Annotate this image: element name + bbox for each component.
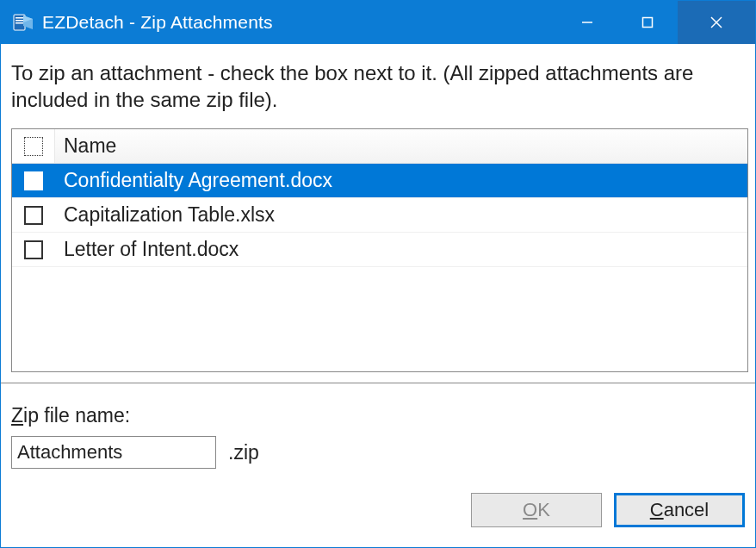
svg-rect-3 — [15, 22, 23, 24]
row-checkbox[interactable] — [24, 171, 43, 190]
row-filename: Letter of Intent.docx — [55, 238, 747, 261]
svg-rect-2 — [15, 20, 23, 22]
window-controls — [557, 1, 755, 44]
row-filename: Confidentialty Agreement.docx — [55, 169, 747, 192]
window-title: EZDetach - Zip Attachments — [42, 12, 557, 33]
list-row[interactable]: Letter of Intent.docx — [12, 233, 747, 267]
attachment-list: Name Confidentialty Agreement.docx Capit… — [11, 128, 748, 372]
bottom-panel: Zip file name: .zip OK Cancel — [1, 383, 755, 538]
header-name-column[interactable]: Name — [55, 129, 747, 163]
zip-filename-label: Zip file name: — [11, 404, 745, 427]
cancel-button[interactable]: Cancel — [614, 493, 745, 527]
list-row[interactable]: Capitalization Table.xlsx — [12, 198, 747, 233]
minimize-button[interactable] — [557, 1, 617, 44]
row-checkbox[interactable] — [24, 206, 43, 225]
close-button[interactable] — [678, 1, 755, 44]
titlebar: EZDetach - Zip Attachments — [1, 1, 755, 44]
zip-extension-label: .zip — [228, 441, 259, 464]
zip-filename-input[interactable] — [11, 436, 216, 469]
list-row[interactable]: Confidentialty Agreement.docx — [12, 164, 747, 198]
svg-rect-1 — [15, 17, 23, 19]
row-checkbox[interactable] — [24, 240, 43, 259]
header-check-column[interactable] — [12, 129, 55, 163]
instruction-text: To zip an attachment - check the box nex… — [11, 59, 748, 113]
ok-button[interactable]: OK — [471, 493, 602, 527]
row-filename: Capitalization Table.xlsx — [55, 203, 747, 227]
select-all-icon — [24, 137, 43, 156]
svg-rect-5 — [643, 18, 653, 28]
app-icon — [11, 10, 35, 34]
list-header: Name — [12, 129, 747, 164]
maximize-button[interactable] — [617, 1, 678, 44]
